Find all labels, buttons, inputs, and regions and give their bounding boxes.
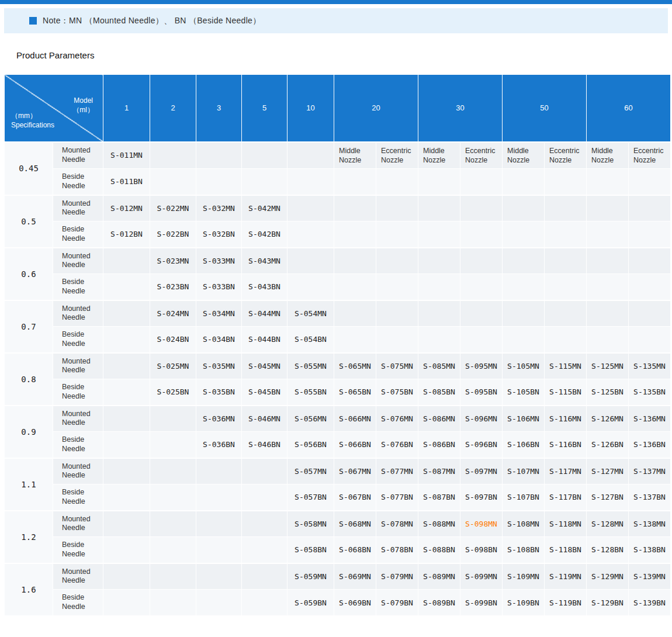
- model-code-cell: S-022MN: [150, 195, 196, 221]
- empty-cell: [545, 221, 587, 248]
- model-code-cell: S-046MN: [242, 406, 287, 432]
- model-code-cell: S-088MN: [418, 511, 460, 537]
- model-code-cell: S-032MN: [196, 195, 242, 221]
- model-code-cell: S-045MN: [242, 353, 287, 379]
- needle-type-cell: Mounted Needle: [53, 248, 103, 274]
- empty-cell: [334, 221, 376, 248]
- model-code-cell: S-012MN: [103, 195, 150, 221]
- corner-model-line2: （ml）: [72, 106, 94, 114]
- model-code-cell: S-055MN: [287, 353, 334, 379]
- note-banner: Note：MN （Mounted Needle）、 BN （Beside Nee…: [4, 8, 668, 33]
- empty-cell: [629, 169, 671, 195]
- corner-model-label: Model （ml）: [72, 96, 94, 115]
- col-header-30: 30: [418, 75, 503, 142]
- page: Note：MN （Mounted Needle）、 BN （Beside Nee…: [0, 0, 672, 616]
- nozzle-subheader-cell: Middle Nozzle: [503, 142, 545, 169]
- empty-cell: [376, 300, 418, 327]
- needle-type-cell: Beside Needle: [53, 221, 103, 248]
- empty-cell: [150, 511, 196, 537]
- model-code-cell: S-135BN: [629, 379, 671, 406]
- note-text: Note：MN （Mounted Needle）、 BN （Beside Nee…: [43, 16, 261, 26]
- model-code-cell: S-079BN: [376, 590, 418, 616]
- spec-value-cell: 0.9: [5, 406, 53, 458]
- model-code-cell: S-023BN: [150, 274, 196, 300]
- model-code-cell: S-089MN: [418, 563, 460, 590]
- empty-cell: [150, 169, 196, 195]
- empty-cell: [287, 221, 334, 248]
- model-code-cell: S-069BN: [334, 590, 376, 616]
- model-code-cell: S-097BN: [460, 484, 503, 511]
- corner-spec-line2: Specifications: [11, 121, 54, 129]
- col-header-5: 5: [242, 75, 287, 142]
- empty-cell: [103, 563, 150, 590]
- spec-row-1.2-bn: Beside NeedleS-058BNS-068BNS-078BNS-088B…: [5, 537, 671, 563]
- spec-row-0.5-bn: Beside NeedleS-012BNS-022BNS-032BNS-042B…: [5, 221, 671, 248]
- empty-cell: [418, 248, 460, 274]
- empty-cell: [503, 248, 545, 274]
- empty-cell: [503, 195, 545, 221]
- empty-cell: [334, 274, 376, 300]
- spec-row-0.6-mn: 0.6Mounted NeedleS-023MNS-033MNS-043MN: [5, 248, 671, 274]
- model-code-cell: S-078MN: [376, 511, 418, 537]
- model-code-cell: S-059BN: [287, 590, 334, 616]
- model-code-cell: S-139BN: [629, 590, 671, 616]
- model-code-cell: S-106BN: [503, 432, 545, 458]
- needle-type-cell: Beside Needle: [53, 379, 103, 406]
- needle-type-cell: Beside Needle: [53, 274, 103, 300]
- model-code-cell: S-055BN: [287, 379, 334, 406]
- model-code-cell: S-127BN: [587, 484, 629, 511]
- empty-cell: [503, 300, 545, 327]
- needle-type-cell: Mounted Needle: [53, 353, 103, 379]
- empty-cell: [287, 248, 334, 274]
- empty-cell: [196, 537, 242, 563]
- model-code-cell: S-076BN: [376, 432, 418, 458]
- empty-cell: [460, 274, 503, 300]
- spec-row-0.9-mn: 0.9Mounted NeedleS-036MNS-046MNS-056MNS-…: [5, 406, 671, 432]
- model-code-cell: S-118MN: [545, 511, 587, 537]
- model-code-cell: S-065MN: [334, 353, 376, 379]
- empty-cell: [103, 432, 150, 458]
- model-code-cell: S-096MN: [460, 406, 503, 432]
- empty-cell: [376, 327, 418, 353]
- empty-cell: [460, 300, 503, 327]
- model-code-cell: S-075MN: [376, 353, 418, 379]
- empty-cell: [418, 274, 460, 300]
- needle-type-cell: Mounted Needle: [53, 142, 103, 169]
- needle-type-cell: Beside Needle: [53, 432, 103, 458]
- product-parameters-table: Model （ml） （mm） Specifications 1 2 3 5 1…: [4, 74, 671, 616]
- empty-cell: [242, 537, 287, 563]
- empty-cell: [103, 379, 150, 406]
- col-header-50: 50: [503, 75, 587, 142]
- model-code-cell: S-077BN: [376, 484, 418, 511]
- model-code-cell: S-045BN: [242, 379, 287, 406]
- model-code-cell: S-025MN: [150, 353, 196, 379]
- model-code-cell: S-044BN: [242, 327, 287, 353]
- model-code-cell: S-024BN: [150, 327, 196, 353]
- model-code-cell: S-033MN: [196, 248, 242, 274]
- model-code-cell: S-034BN: [196, 327, 242, 353]
- model-code-cell: S-099MN: [460, 563, 503, 590]
- empty-cell: [629, 221, 671, 248]
- model-code-cell: S-116BN: [545, 432, 587, 458]
- empty-cell: [376, 169, 418, 195]
- nozzle-subheader-cell: Eccentric Nozzle: [376, 142, 418, 169]
- needle-type-cell: Beside Needle: [53, 169, 103, 195]
- nozzle-subheader-cell: Eccentric Nozzle: [460, 142, 503, 169]
- needle-type-cell: Mounted Needle: [53, 511, 103, 537]
- empty-cell: [460, 327, 503, 353]
- empty-cell: [150, 458, 196, 484]
- empty-cell: [460, 169, 503, 195]
- empty-cell: [587, 274, 629, 300]
- needle-type-cell: Beside Needle: [53, 590, 103, 616]
- spec-row-0.45-mn: 0.45Mounted NeedleS-011MNMiddle NozzleEc…: [5, 142, 671, 169]
- model-code-cell: S-069MN: [334, 563, 376, 590]
- model-code-cell: S-023MN: [150, 248, 196, 274]
- page-title: Product Parameters: [16, 50, 672, 60]
- empty-cell: [460, 195, 503, 221]
- col-header-20: 20: [334, 75, 418, 142]
- model-code-cell: S-115BN: [545, 379, 587, 406]
- model-code-cell: S-106MN: [503, 406, 545, 432]
- model-code-cell: S-089BN: [418, 590, 460, 616]
- model-code-cell: S-105BN: [503, 379, 545, 406]
- model-code-cell: S-065BN: [334, 379, 376, 406]
